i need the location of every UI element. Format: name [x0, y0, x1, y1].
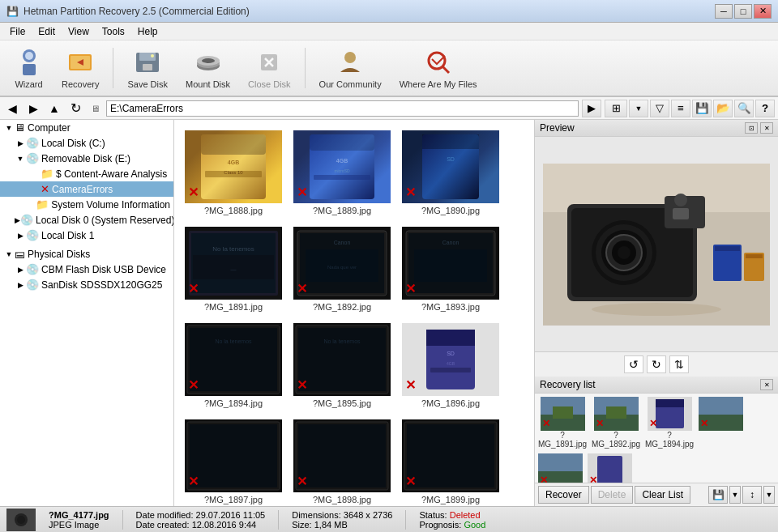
tree-item-computer[interactable]: ▼ 🖥 Computer [0, 120, 173, 135]
where-my-files-button[interactable]: Where Are My Files [392, 44, 485, 93]
recovery-item-1892[interactable]: ✕ ?MG_1892.jpg [592, 397, 640, 449]
wizard-icon [15, 48, 44, 77]
recovery-label-1891: ?MG_1891.jpg [538, 431, 587, 449]
file-item-1889[interactable]: 4GB microSD ✕ ?MG_1889.jpg [289, 126, 395, 219]
filter-button[interactable]: ▽ [650, 100, 669, 117]
save-disk-button[interactable]: Save Disk [120, 44, 175, 93]
preview-close-button[interactable]: ✕ [760, 122, 773, 134]
recovery-list-close-button[interactable]: ✕ [760, 379, 773, 390]
recovery-item-6[interactable]: ✕ [588, 453, 632, 483]
close-disk-button[interactable]: Close Disk [241, 44, 298, 93]
help-button[interactable]: ? [755, 100, 775, 117]
delete-button[interactable]: Delete [591, 486, 634, 504]
file-item-1896[interactable]: SD 4GB ✕ ?MG_1896.jpg [398, 319, 503, 412]
file-item-1892[interactable]: Canon Nada que ver ✕ ?MG_1892.jpg [289, 223, 395, 316]
svg-rect-92 [553, 406, 573, 419]
rotate-right-button[interactable]: ↻ [647, 355, 666, 373]
recovery-item-4[interactable]: ✕ [699, 397, 743, 449]
refresh-nav-button[interactable]: ↻ [66, 100, 84, 117]
mount-disk-label: Mount Disk [186, 79, 230, 89]
status-bar: ?MG_4177.jpg JPEG Image Date modified: 2… [0, 506, 778, 532]
menu-view[interactable]: View [62, 24, 96, 39]
tree-item-cbm[interactable]: ▶ 💿 CBM Flash Disk USB Device [0, 262, 173, 277]
menu-tools[interactable]: Tools [96, 24, 131, 39]
recovery-list-header: Recovery list ✕ [535, 377, 778, 394]
recovery-deleted-1891: ✕ [542, 418, 550, 429]
flip-button[interactable]: ⇅ [669, 355, 689, 373]
sort-recovery-dropdown[interactable]: ▼ [763, 486, 775, 504]
tree-expand-removable-e[interactable]: ▼ [15, 155, 26, 163]
tree-expand-disk1[interactable]: ▶ [15, 232, 26, 240]
file-item-1888[interactable]: 4GB Class 10 ✕ ?MG_1888.jpg [181, 126, 286, 219]
tree-item-sandisk[interactable]: ▶ 💿 SanDisk SDSSDX120GG25 [0, 277, 173, 292]
status-dimensions: Dimensions: 3648 x 2736 [292, 510, 392, 520]
wizard-button[interactable]: Wizard [6, 44, 51, 93]
label-1896: ?MG_1896.jpg [421, 398, 480, 408]
address-go-button[interactable]: ▶ [582, 100, 601, 117]
file-item-1899[interactable]: ✕ ?MG_1899.jpg [398, 415, 503, 506]
tree-item-local-c[interactable]: ▶ 💿 Local Disk (C:) [0, 135, 173, 151]
search-button[interactable]: 🔍 [734, 100, 754, 117]
size-value: 1,84 MB [314, 520, 348, 530]
tree-expand-computer[interactable]: ▼ [3, 124, 15, 132]
file-item-1898[interactable]: ✕ ?MG_1898.jpg [289, 415, 395, 506]
file-item-1894[interactable]: No la tenemos ✕ ?MG_1894.jpg [181, 319, 286, 412]
recovery-deleted-5: ✕ [540, 475, 548, 483]
tree-item-camera-errors[interactable]: ✕ CameraErrors [0, 181, 173, 197]
rotate-left-button[interactable]: ↺ [624, 355, 643, 373]
recovery-thumb-1891: ✕ [541, 397, 585, 431]
recovery-item-1891[interactable]: ✕ ?MG_1891.jpg [538, 397, 587, 449]
close-button[interactable]: ✕ [754, 4, 772, 19]
recover-button[interactable]: Recover [538, 486, 589, 504]
sort-button[interactable]: ≡ [671, 100, 690, 117]
file-item-1893[interactable]: Canon ✕ ?MG_1893.jpg [398, 223, 503, 316]
svg-point-110 [17, 516, 25, 524]
file-item-1897[interactable]: ✕ ?MG_1897.jpg [181, 415, 286, 506]
svg-rect-1 [23, 64, 36, 75]
tree-expand-disk0[interactable]: ▶ [15, 216, 20, 224]
tree-item-local-disk-1[interactable]: ▶ 💿 Local Disk 1 [0, 228, 173, 243]
menu-help[interactable]: Help [131, 24, 165, 39]
tree-expand-sandisk[interactable]: ▶ [15, 281, 26, 289]
tree-expand-cbm[interactable]: ▶ [15, 266, 26, 274]
address-bar: ◀ ▶ ▲ ↻ 🖥 E:\CameraErrors ▶ ⊞ ▼ ▽ ≡ 💾 📂 … [0, 97, 778, 120]
forward-button[interactable]: ▶ [24, 100, 42, 117]
recovery-label: Recovery [62, 79, 99, 89]
recovery-item-1894[interactable]: ✕ ?MG_1894.jpg [645, 397, 694, 449]
tree-item-removable-e[interactable]: ▼ 💿 Removable Disk (E:) [0, 151, 173, 166]
recovery-item-5[interactable]: ✕ [538, 453, 583, 483]
clear-list-button[interactable]: Clear List [635, 486, 690, 504]
save-view-button[interactable]: 💾 [692, 100, 712, 117]
save-layout-button[interactable]: 💾 [708, 486, 728, 504]
community-button[interactable]: Our Community [312, 44, 389, 93]
svg-point-2 [25, 52, 33, 60]
file-item-1891[interactable]: No la tenemos — ✕ ?MG_1891.jpg [181, 223, 286, 316]
address-input[interactable]: E:\CameraErrors [106, 100, 579, 117]
mount-disk-button[interactable]: Mount Disk [178, 44, 237, 93]
load-view-button[interactable]: 📂 [713, 100, 733, 117]
svg-line-16 [442, 66, 449, 73]
minimize-button[interactable]: ─ [715, 4, 733, 19]
layout-dropdown[interactable]: ▼ [729, 486, 741, 504]
file-item-1890[interactable]: SD ✕ ?MG_1890.jpg [398, 126, 503, 219]
tree-item-local-disk-0[interactable]: ▶ 💿 Local Disk 0 (System Reserved) [0, 212, 173, 228]
tree-item-content-aware[interactable]: 📁 $ Content-Aware Analysis [0, 166, 173, 181]
camera-errors-label: CameraErrors [52, 184, 113, 195]
svg-rect-99 [656, 399, 684, 407]
up-button[interactable]: ▲ [45, 100, 63, 117]
file-item-1895[interactable]: No la tenemos ✕ ?MG_1895.jpg [289, 319, 395, 412]
sort-recovery-button[interactable]: ↕ [742, 486, 762, 504]
maximize-button[interactable]: □ [734, 4, 752, 19]
view-dropdown-button[interactable]: ▼ [629, 100, 648, 117]
svg-text:SD: SD [447, 351, 455, 356]
menu-edit[interactable]: Edit [32, 24, 62, 39]
recovery-button[interactable]: Recovery [54, 44, 106, 93]
tree-expand-physical[interactable]: ▼ [3, 250, 15, 258]
tree-item-physical-disks[interactable]: ▼ 🖴 Physical Disks [0, 246, 173, 262]
tree-expand-local-c[interactable]: ▶ [15, 139, 26, 147]
menu-file[interactable]: File [3, 24, 32, 39]
tree-item-system-volume[interactable]: 📁 System Volume Information [0, 197, 173, 212]
thumbnail-view-button[interactable]: ⊞ [605, 100, 627, 117]
back-button[interactable]: ◀ [3, 100, 21, 117]
preview-detach-button[interactable]: ⊡ [745, 122, 758, 134]
